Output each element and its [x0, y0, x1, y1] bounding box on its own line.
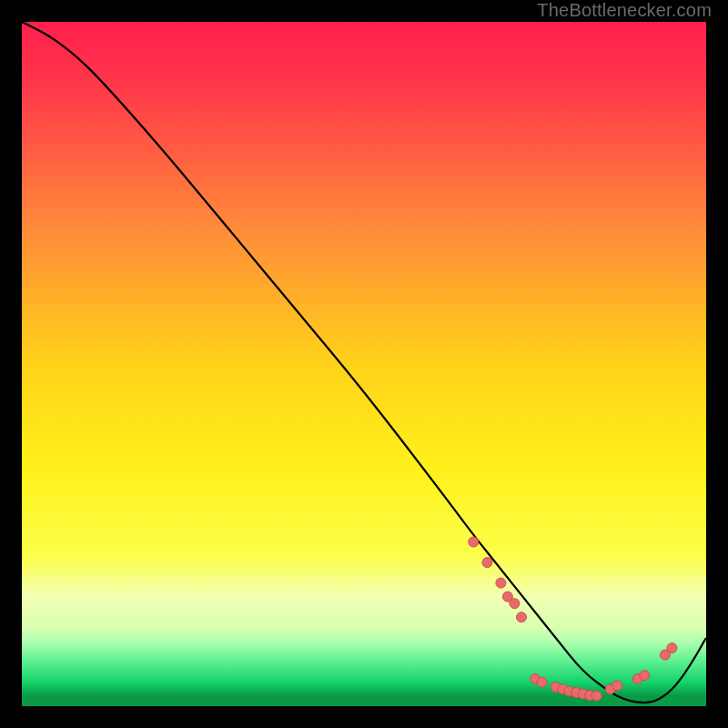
data-point: [482, 558, 492, 568]
data-point: [517, 612, 527, 622]
data-point: [469, 537, 479, 547]
data-point: [640, 671, 650, 681]
data-point: [667, 643, 677, 653]
data-point: [510, 599, 520, 609]
data-point: [496, 578, 506, 588]
data-point: [537, 677, 547, 687]
watermark-text: TheBottlenecker.com: [537, 0, 712, 21]
plot-background: [22, 22, 706, 706]
data-point: [592, 691, 602, 701]
data-point: [612, 681, 622, 691]
chart-canvas: [14, 14, 714, 714]
chart-frame: [14, 14, 714, 714]
